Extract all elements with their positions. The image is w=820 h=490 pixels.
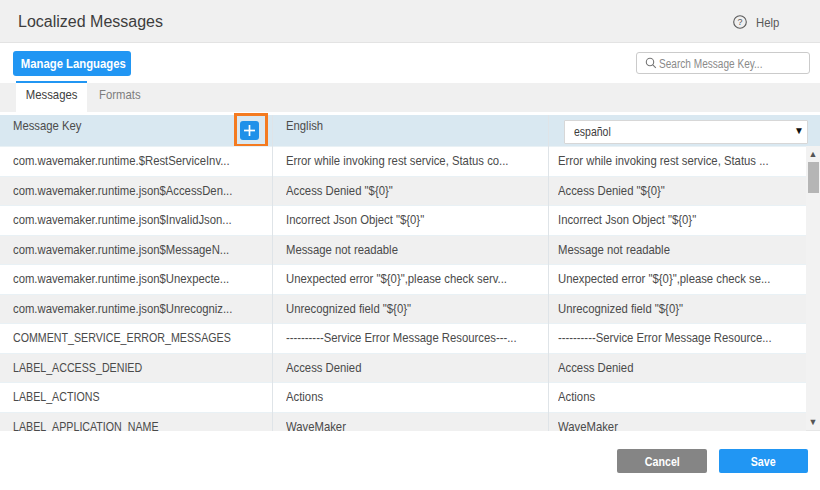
svg-text:?: ? (737, 17, 742, 27)
